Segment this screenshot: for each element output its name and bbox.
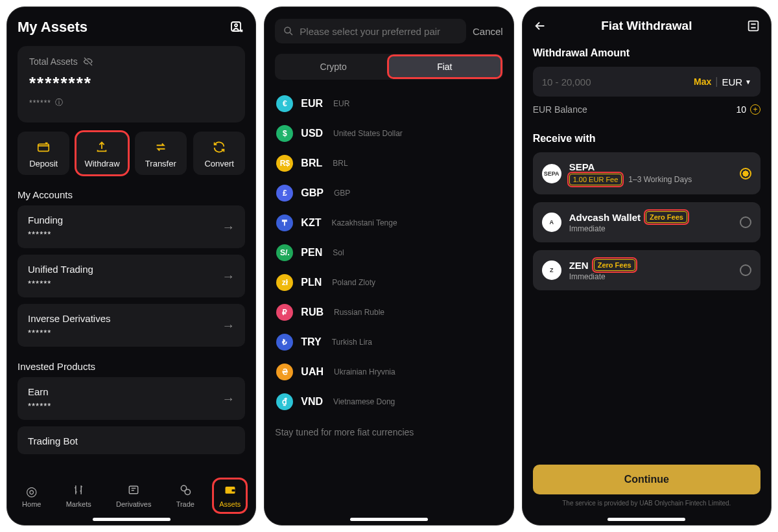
- currency-code: KZT: [301, 217, 321, 229]
- currency-icon: £: [276, 185, 293, 202]
- account-funding[interactable]: Funding ****** →: [18, 205, 245, 248]
- deposit-button[interactable]: Deposit: [18, 132, 69, 175]
- fee-badge: 1.00 EUR Fee: [569, 174, 622, 185]
- screen-my-assets: My Assets Total Assets ******** ****** ⓘ: [6, 6, 256, 526]
- radio-icon[interactable]: [740, 216, 751, 228]
- invested-trading-bot[interactable]: Trading Bot: [18, 426, 245, 454]
- invested-earn[interactable]: Earn ****** →: [18, 377, 245, 420]
- nav-derivatives[interactable]: Derivatives: [112, 481, 155, 511]
- withdraw-button[interactable]: Withdraw: [76, 132, 128, 175]
- currency-selector[interactable]: EUR ▼: [722, 76, 751, 87]
- radio-icon[interactable]: [740, 264, 751, 276]
- chevron-right-icon: →: [222, 269, 235, 284]
- transfer-button[interactable]: Transfer: [135, 132, 187, 175]
- nav-home[interactable]: ◎ Home: [18, 481, 45, 511]
- chevron-down-icon: ▼: [745, 78, 751, 86]
- cancel-button[interactable]: Cancel: [473, 26, 503, 37]
- method-timing: Immediate: [569, 224, 606, 233]
- currency-code: GBP: [301, 187, 324, 199]
- back-button[interactable]: [533, 19, 547, 33]
- account-inverse-derivatives[interactable]: Inverse Derivatives ****** →: [18, 304, 245, 347]
- svg-rect-3: [130, 486, 138, 494]
- invested-products-title: Invested Products: [18, 361, 245, 372]
- amount-placeholder: 10 - 20,000: [542, 76, 591, 87]
- currency-gbp[interactable]: £GBPGBP: [275, 181, 502, 205]
- currency-icon: €: [276, 95, 293, 112]
- currency-icon: R$: [276, 155, 293, 172]
- search-input-wrap[interactable]: [275, 19, 466, 43]
- currency-pln[interactable]: złPLNPoland Zloty: [275, 270, 502, 295]
- tab-crypto[interactable]: Crypto: [277, 56, 389, 77]
- currency-code: PEN: [301, 247, 322, 259]
- method-name: Advcash Wallet Zero Fees: [569, 211, 687, 223]
- screen-select-pair: Cancel Crypto Fiat €EUREUR$USDUnited Sta…: [264, 6, 513, 526]
- my-accounts-title: My Accounts: [18, 189, 245, 200]
- currency-try[interactable]: ₺TRYTurkish Lira: [275, 330, 502, 354]
- currency-brl[interactable]: R$BRLBRL: [275, 151, 502, 176]
- balance-value: 10: [736, 104, 746, 115]
- currency-name: Ukrainian Hryvnia: [334, 367, 395, 376]
- method-timing: Immediate: [569, 272, 606, 281]
- fee-badge: Zero Fees: [594, 259, 635, 271]
- currency-name: EUR: [333, 99, 349, 108]
- nav-markets[interactable]: Markets: [62, 481, 95, 511]
- currency-code: USD: [301, 128, 323, 139]
- balance-label: EUR Balance: [533, 104, 587, 115]
- currency-code: RUB: [301, 306, 324, 318]
- info-icon[interactable]: ⓘ: [55, 97, 64, 108]
- methods-list: SEPASEPA1.00 EUR Fee1–3 Working DaysAAdv…: [533, 152, 760, 298]
- total-assets-subvalue: ******: [29, 98, 51, 108]
- account-unified-trading[interactable]: Unified Trading ****** →: [18, 255, 245, 297]
- currency-code: EUR: [301, 98, 323, 110]
- currency-uah[interactable]: ₴UAHUkrainian Hryvnia: [275, 360, 502, 384]
- eye-off-icon[interactable]: [83, 56, 93, 67]
- currency-pen[interactable]: S/.PENSol: [275, 240, 502, 265]
- currency-icon: ₽: [276, 304, 293, 321]
- svg-point-5: [185, 489, 190, 494]
- wallet-icon: [224, 483, 237, 498]
- currency-eur[interactable]: €EUREUR: [275, 91, 502, 116]
- method-icon: Z: [542, 260, 561, 280]
- svg-point-1: [235, 24, 237, 27]
- page-title: Fiat Withdrawal: [601, 19, 692, 33]
- currency-kzt[interactable]: ₸KZTKazakhstani Tenge: [275, 211, 502, 235]
- currency-icon: $: [276, 125, 293, 142]
- currency-icon: ₫: [276, 393, 293, 410]
- svg-rect-7: [231, 489, 235, 491]
- home-indicator: [93, 518, 171, 521]
- currency-name: Poland Zloty: [332, 278, 375, 287]
- svg-rect-9: [749, 21, 759, 31]
- method-zen[interactable]: ZZEN Zero FeesImmediate: [533, 250, 760, 290]
- currency-vnd[interactable]: ₫VNDVietnamese Dong: [275, 389, 502, 414]
- method-name: ZEN Zero Fees: [569, 259, 635, 271]
- method-timing: 1–3 Working Days: [628, 175, 692, 184]
- receive-with-label: Receive with: [533, 133, 760, 145]
- currency-name: Russian Ruble: [334, 308, 384, 317]
- method-advcash-wallet[interactable]: AAdvcash Wallet Zero FeesImmediate: [533, 202, 760, 242]
- currency-usd[interactable]: $USDUnited States Dollar: [275, 121, 502, 146]
- currency-name: Turkish Lira: [332, 338, 372, 347]
- currency-rub[interactable]: ₽RUBRussian Ruble: [275, 300, 502, 325]
- add-balance-icon[interactable]: +: [750, 104, 760, 115]
- method-sepa[interactable]: SEPASEPA1.00 EUR Fee1–3 Working Days: [533, 152, 760, 194]
- profile-swap-icon[interactable]: [230, 19, 245, 35]
- currency-code: UAH: [301, 366, 324, 378]
- currency-code: VND: [301, 396, 323, 408]
- currency-icon: ₴: [276, 364, 293, 380]
- trade-icon: [179, 483, 192, 498]
- convert-button[interactable]: Convert: [193, 132, 245, 175]
- swap-icon: [154, 139, 168, 155]
- currency-name: GBP: [334, 189, 350, 198]
- nav-trade[interactable]: Trade: [172, 481, 198, 511]
- continue-button[interactable]: Continue: [533, 465, 760, 494]
- total-assets-label: Total Assets: [29, 56, 78, 67]
- search-input[interactable]: [300, 26, 458, 37]
- amount-input[interactable]: 10 - 20,000 Max | EUR ▼: [533, 67, 760, 97]
- radio-icon[interactable]: [740, 168, 751, 179]
- tab-fiat[interactable]: Fiat: [389, 56, 501, 77]
- max-button[interactable]: Max: [694, 76, 711, 87]
- nav-assets[interactable]: Assets: [215, 481, 244, 511]
- home-icon: ◎: [26, 483, 37, 498]
- currency-name: Vietnamese Dong: [333, 397, 395, 406]
- menu-icon[interactable]: [746, 19, 760, 33]
